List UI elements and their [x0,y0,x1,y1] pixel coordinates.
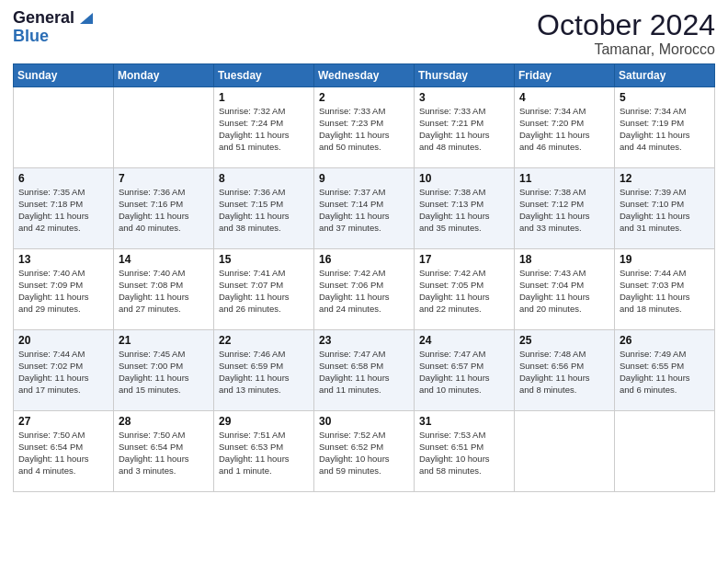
calendar-cell: 3Sunrise: 7:33 AMSunset: 7:21 PMDaylight… [415,87,515,168]
weekday-header-row: SundayMondayTuesdayWednesdayThursdayFrid… [14,64,715,87]
calendar-cell: 27Sunrise: 7:50 AMSunset: 6:54 PMDayligh… [14,411,114,492]
day-info: Sunrise: 7:51 AMSunset: 6:53 PMDaylight:… [219,430,309,477]
day-info: Sunrise: 7:43 AMSunset: 7:04 PMDaylight:… [519,268,609,315]
day-info: Sunrise: 7:40 AMSunset: 7:09 PMDaylight:… [18,268,108,315]
day-info: Sunrise: 7:48 AMSunset: 6:56 PMDaylight:… [519,349,609,396]
month-title: October 2024 [537,9,715,41]
day-number: 18 [519,253,609,266]
calendar-cell [14,87,114,168]
logo-text-general: General [13,9,74,28]
title-block: October 2024 Tamanar, Morocco [537,9,715,58]
day-info: Sunrise: 7:32 AMSunset: 7:24 PMDaylight:… [219,106,309,153]
calendar-cell: 20Sunrise: 7:44 AMSunset: 7:02 PMDayligh… [14,330,114,411]
day-number: 5 [620,91,710,104]
day-number: 26 [620,334,710,347]
calendar-table: SundayMondayTuesdayWednesdayThursdayFrid… [13,63,715,492]
day-number: 7 [119,172,209,185]
day-number: 14 [119,253,209,266]
day-info: Sunrise: 7:44 AMSunset: 7:02 PMDaylight:… [18,349,108,396]
day-number: 28 [119,415,209,428]
day-info: Sunrise: 7:49 AMSunset: 6:55 PMDaylight:… [620,349,710,396]
weekday-header-saturday: Saturday [615,64,715,87]
day-number: 24 [419,334,509,347]
calendar-cell: 16Sunrise: 7:42 AMSunset: 7:06 PMDayligh… [314,249,415,330]
calendar-cell: 25Sunrise: 7:48 AMSunset: 6:56 PMDayligh… [515,330,615,411]
location-title: Tamanar, Morocco [537,41,715,58]
calendar-cell: 11Sunrise: 7:38 AMSunset: 7:12 PMDayligh… [515,168,615,249]
day-info: Sunrise: 7:41 AMSunset: 7:07 PMDaylight:… [219,268,309,315]
calendar-cell [515,411,615,492]
day-info: Sunrise: 7:39 AMSunset: 7:10 PMDaylight:… [620,187,710,234]
day-number: 9 [319,172,409,185]
day-number: 4 [519,91,609,104]
day-info: Sunrise: 7:38 AMSunset: 7:13 PMDaylight:… [419,187,509,234]
day-number: 22 [219,334,309,347]
calendar-cell: 28Sunrise: 7:50 AMSunset: 6:54 PMDayligh… [114,411,214,492]
calendar-cell: 30Sunrise: 7:52 AMSunset: 6:52 PMDayligh… [314,411,415,492]
calendar-cell: 10Sunrise: 7:38 AMSunset: 7:13 PMDayligh… [415,168,515,249]
day-info: Sunrise: 7:50 AMSunset: 6:54 PMDaylight:… [18,430,108,477]
day-info: Sunrise: 7:47 AMSunset: 6:58 PMDaylight:… [319,349,409,396]
day-number: 12 [620,172,710,185]
day-info: Sunrise: 7:44 AMSunset: 7:03 PMDaylight:… [620,268,710,315]
calendar-cell: 15Sunrise: 7:41 AMSunset: 7:07 PMDayligh… [214,249,314,330]
day-number: 21 [119,334,209,347]
day-info: Sunrise: 7:53 AMSunset: 6:51 PMDaylight:… [419,430,509,477]
logo: General Blue [13,9,93,46]
calendar-cell: 14Sunrise: 7:40 AMSunset: 7:08 PMDayligh… [114,249,214,330]
day-number: 17 [419,253,509,266]
day-info: Sunrise: 7:34 AMSunset: 7:20 PMDaylight:… [519,106,609,153]
day-number: 16 [319,253,409,266]
day-number: 27 [18,415,108,428]
week-row-5: 27Sunrise: 7:50 AMSunset: 6:54 PMDayligh… [14,411,715,492]
day-info: Sunrise: 7:52 AMSunset: 6:52 PMDaylight:… [319,430,409,477]
logo-icon [76,9,93,26]
day-info: Sunrise: 7:36 AMSunset: 7:15 PMDaylight:… [219,187,309,234]
header: General Blue October 2024 Tamanar, Moroc… [13,9,715,58]
calendar-cell: 29Sunrise: 7:51 AMSunset: 6:53 PMDayligh… [214,411,314,492]
day-number: 25 [519,334,609,347]
calendar-cell: 12Sunrise: 7:39 AMSunset: 7:10 PMDayligh… [615,168,715,249]
day-number: 1 [219,91,309,104]
calendar-cell: 8Sunrise: 7:36 AMSunset: 7:15 PMDaylight… [214,168,314,249]
weekday-header-friday: Friday [515,64,615,87]
day-number: 8 [219,172,309,185]
calendar-cell: 23Sunrise: 7:47 AMSunset: 6:58 PMDayligh… [314,330,415,411]
day-info: Sunrise: 7:50 AMSunset: 6:54 PMDaylight:… [119,430,209,477]
day-info: Sunrise: 7:34 AMSunset: 7:19 PMDaylight:… [620,106,710,153]
day-info: Sunrise: 7:36 AMSunset: 7:16 PMDaylight:… [119,187,209,234]
calendar-cell: 13Sunrise: 7:40 AMSunset: 7:09 PMDayligh… [14,249,114,330]
week-row-3: 13Sunrise: 7:40 AMSunset: 7:09 PMDayligh… [14,249,715,330]
day-info: Sunrise: 7:35 AMSunset: 7:18 PMDaylight:… [18,187,108,234]
day-number: 10 [419,172,509,185]
week-row-2: 6Sunrise: 7:35 AMSunset: 7:18 PMDaylight… [14,168,715,249]
calendar-cell: 17Sunrise: 7:42 AMSunset: 7:05 PMDayligh… [415,249,515,330]
calendar-cell: 26Sunrise: 7:49 AMSunset: 6:55 PMDayligh… [615,330,715,411]
svg-marker-0 [80,13,93,24]
page: General Blue October 2024 Tamanar, Moroc… [0,0,728,563]
weekday-header-wednesday: Wednesday [314,64,415,87]
day-info: Sunrise: 7:42 AMSunset: 7:06 PMDaylight:… [319,268,409,315]
day-number: 19 [620,253,710,266]
day-number: 2 [319,91,409,104]
day-number: 11 [519,172,609,185]
day-info: Sunrise: 7:40 AMSunset: 7:08 PMDaylight:… [119,268,209,315]
calendar-cell: 7Sunrise: 7:36 AMSunset: 7:16 PMDaylight… [114,168,214,249]
calendar-cell: 31Sunrise: 7:53 AMSunset: 6:51 PMDayligh… [415,411,515,492]
weekday-header-thursday: Thursday [415,64,515,87]
calendar-cell: 21Sunrise: 7:45 AMSunset: 7:00 PMDayligh… [114,330,214,411]
calendar-cell: 1Sunrise: 7:32 AMSunset: 7:24 PMDaylight… [214,87,314,168]
day-number: 20 [18,334,108,347]
calendar-cell: 19Sunrise: 7:44 AMSunset: 7:03 PMDayligh… [615,249,715,330]
day-info: Sunrise: 7:45 AMSunset: 7:00 PMDaylight:… [119,349,209,396]
day-info: Sunrise: 7:37 AMSunset: 7:14 PMDaylight:… [319,187,409,234]
weekday-header-tuesday: Tuesday [214,64,314,87]
calendar-cell: 18Sunrise: 7:43 AMSunset: 7:04 PMDayligh… [515,249,615,330]
calendar-cell [615,411,715,492]
day-number: 29 [219,415,309,428]
calendar-cell: 24Sunrise: 7:47 AMSunset: 6:57 PMDayligh… [415,330,515,411]
day-number: 13 [18,253,108,266]
calendar-cell [114,87,214,168]
day-number: 31 [419,415,509,428]
day-info: Sunrise: 7:42 AMSunset: 7:05 PMDaylight:… [419,268,509,315]
